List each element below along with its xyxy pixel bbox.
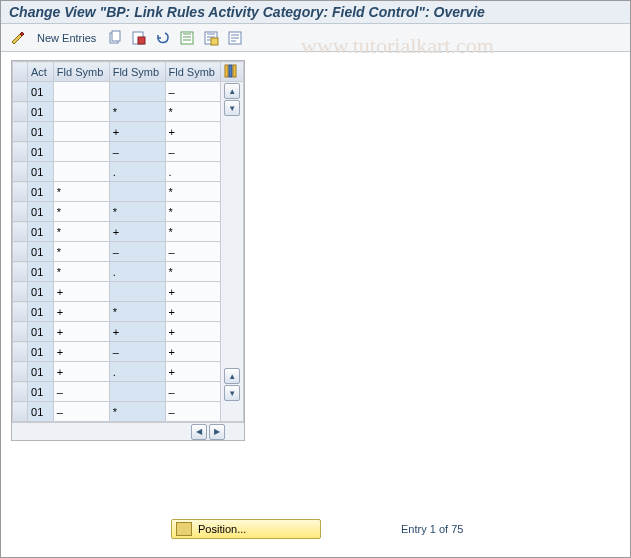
cell[interactable]: + [109,222,165,242]
cell[interactable]: + [53,302,109,322]
configure-columns-icon[interactable] [221,62,244,82]
row-selector[interactable] [13,82,28,102]
row-selector[interactable] [13,402,28,422]
cell[interactable]: 01 [28,222,54,242]
row-selector[interactable] [13,222,28,242]
cell[interactable]: 01 [28,242,54,262]
cell[interactable]: * [165,102,221,122]
copy-icon[interactable] [104,28,126,48]
row-selector[interactable] [13,242,28,262]
cell[interactable]: * [165,182,221,202]
cell[interactable]: + [53,342,109,362]
cell[interactable] [109,382,165,402]
col-header-fldsymb2[interactable]: Fld Symb [109,62,165,82]
cell[interactable]: – [165,142,221,162]
cell[interactable]: + [165,122,221,142]
cell[interactable] [109,182,165,202]
cell[interactable]: 01 [28,162,54,182]
cell[interactable] [53,122,109,142]
cell[interactable] [109,282,165,302]
cell[interactable]: 01 [28,382,54,402]
scroll-down-icon[interactable]: ▼ [224,100,240,116]
cell[interactable]: + [53,282,109,302]
cell[interactable] [53,102,109,122]
cell[interactable]: + [165,322,221,342]
cell[interactable]: – [53,402,109,422]
cell[interactable]: * [53,262,109,282]
cell[interactable]: + [165,362,221,382]
cell[interactable] [53,82,109,102]
cell[interactable]: – [109,142,165,162]
cell[interactable]: – [165,402,221,422]
print-icon[interactable] [224,28,246,48]
row-selector[interactable] [13,122,28,142]
cell[interactable]: * [109,102,165,122]
position-button[interactable]: Position... [171,519,321,539]
cell[interactable]: * [109,202,165,222]
scroll-up-icon[interactable]: ▲ [224,83,240,99]
cell[interactable]: 01 [28,82,54,102]
cell[interactable]: 01 [28,342,54,362]
cell[interactable]: * [165,202,221,222]
cell[interactable]: * [53,202,109,222]
cell[interactable]: 01 [28,102,54,122]
cell[interactable]: 01 [28,122,54,142]
scroll-up2-icon[interactable]: ▲ [224,368,240,384]
cell[interactable]: + [165,342,221,362]
cell[interactable]: + [109,122,165,142]
cell[interactable]: * [53,242,109,262]
undo-icon[interactable] [152,28,174,48]
cell[interactable] [53,162,109,182]
col-header-fldsymb1[interactable]: Fld Symb [53,62,109,82]
cell[interactable]: + [109,322,165,342]
cell[interactable]: . [165,162,221,182]
cell[interactable]: 01 [28,262,54,282]
row-selector[interactable] [13,202,28,222]
row-selector[interactable] [13,322,28,342]
cell[interactable] [109,82,165,102]
cell[interactable]: 01 [28,362,54,382]
cell[interactable]: – [165,382,221,402]
cell[interactable]: 01 [28,322,54,342]
cell[interactable]: * [165,222,221,242]
cell[interactable]: 01 [28,402,54,422]
cell[interactable]: – [109,242,165,262]
scroll-down2-icon[interactable]: ▼ [224,385,240,401]
col-header-fldsymb3[interactable]: Fld Symb [165,62,221,82]
cell[interactable]: – [109,342,165,362]
toggle-edit-icon[interactable] [7,28,29,48]
cell[interactable]: * [109,302,165,322]
cell[interactable]: . [109,362,165,382]
row-selector[interactable] [13,142,28,162]
cell[interactable]: 01 [28,182,54,202]
cell[interactable]: 01 [28,142,54,162]
scroll-right-icon[interactable]: ▶ [209,424,225,440]
row-selector[interactable] [13,162,28,182]
cell[interactable]: – [53,382,109,402]
cell[interactable]: – [165,242,221,262]
cell[interactable] [53,142,109,162]
cell[interactable]: * [109,402,165,422]
cell[interactable]: * [165,262,221,282]
col-header-act[interactable]: Act [28,62,54,82]
cell[interactable]: + [53,362,109,382]
row-selector[interactable] [13,262,28,282]
select-all-icon[interactable] [176,28,198,48]
cell[interactable]: 01 [28,282,54,302]
cell[interactable]: 01 [28,202,54,222]
scroll-left-icon[interactable]: ◀ [191,424,207,440]
cell[interactable]: 01 [28,302,54,322]
row-selector[interactable] [13,382,28,402]
cell[interactable]: – [165,82,221,102]
row-selector[interactable] [13,282,28,302]
row-selector[interactable] [13,182,28,202]
cell[interactable]: + [165,282,221,302]
row-selector[interactable] [13,102,28,122]
deselect-all-icon[interactable] [200,28,222,48]
row-selector[interactable] [13,342,28,362]
cell[interactable]: + [165,302,221,322]
row-selector[interactable] [13,362,28,382]
cell[interactable]: * [53,222,109,242]
cell[interactable]: + [53,322,109,342]
cell[interactable]: . [109,262,165,282]
